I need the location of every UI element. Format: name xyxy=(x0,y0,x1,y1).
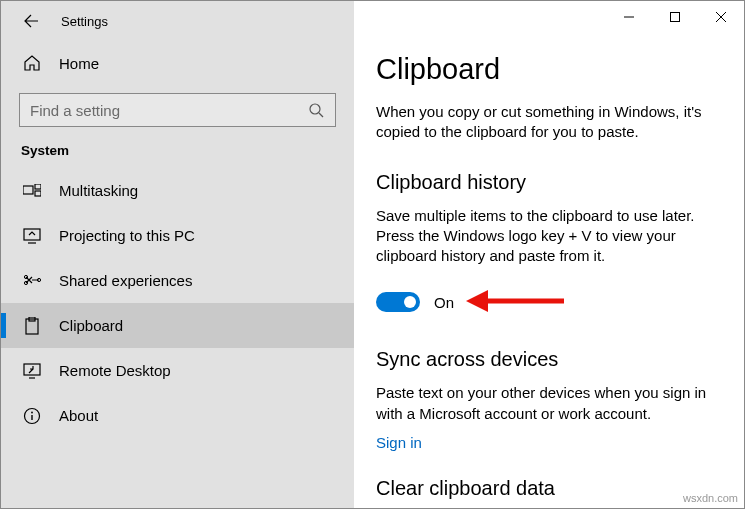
maximize-button[interactable] xyxy=(652,1,698,33)
title-bar: Settings xyxy=(1,1,354,41)
clipboard-history-toggle-row: On xyxy=(376,292,722,312)
sidebar-item-shared[interactable]: Shared experiences xyxy=(1,258,354,303)
toggle-knob xyxy=(404,296,416,308)
sidebar-item-label: About xyxy=(59,407,98,424)
clipboard-icon xyxy=(23,317,41,335)
sidebar: Settings Home System Multitasking xyxy=(1,1,354,508)
multitasking-icon xyxy=(23,182,41,200)
maximize-icon xyxy=(670,12,680,22)
svg-point-0 xyxy=(310,104,320,114)
minimize-icon xyxy=(624,12,634,22)
content-pane: Clipboard When you copy or cut something… xyxy=(354,1,744,508)
svg-marker-22 xyxy=(466,290,488,312)
window-title: Settings xyxy=(61,14,108,29)
close-icon xyxy=(716,12,726,22)
sidebar-item-label: Clipboard xyxy=(59,317,123,334)
remote-desktop-icon xyxy=(23,362,41,380)
window-controls xyxy=(606,1,744,33)
sync-desc: Paste text on your other devices when yo… xyxy=(376,383,722,424)
svg-rect-3 xyxy=(35,184,41,189)
minimize-button[interactable] xyxy=(606,1,652,33)
sidebar-item-label: Projecting to this PC xyxy=(59,227,195,244)
sidebar-item-clipboard[interactable]: Clipboard xyxy=(1,303,354,348)
back-button[interactable] xyxy=(17,7,45,35)
sidebar-item-about[interactable]: About xyxy=(1,393,354,438)
svg-rect-4 xyxy=(35,191,41,196)
clipboard-history-desc: Save multiple items to the clipboard to … xyxy=(376,206,722,267)
watermark-text: wsxdn.com xyxy=(683,492,738,504)
sidebar-item-projecting[interactable]: Projecting to this PC xyxy=(1,213,354,258)
intro-text: When you copy or cut something in Window… xyxy=(376,102,722,143)
search-icon xyxy=(307,101,325,119)
sidebar-item-label: Remote Desktop xyxy=(59,362,171,379)
clipboard-history-toggle[interactable] xyxy=(376,292,420,312)
svg-rect-5 xyxy=(24,229,40,240)
search-container xyxy=(1,85,354,139)
toggle-state-label: On xyxy=(434,294,454,311)
shared-experiences-icon xyxy=(23,272,41,290)
sidebar-item-multitasking[interactable]: Multitasking xyxy=(1,168,354,213)
sign-in-link[interactable]: Sign in xyxy=(376,434,722,451)
sidebar-item-label: Multitasking xyxy=(59,182,138,199)
annotation-arrow-icon xyxy=(466,283,566,319)
svg-rect-18 xyxy=(671,13,680,22)
sidebar-item-label: Shared experiences xyxy=(59,272,192,289)
close-button[interactable] xyxy=(698,1,744,33)
home-icon xyxy=(23,54,41,72)
home-label: Home xyxy=(59,55,99,72)
clear-heading: Clear clipboard data xyxy=(376,477,722,500)
nav-list: Multitasking Projecting to this PC Share… xyxy=(1,168,354,438)
svg-point-15 xyxy=(31,411,33,413)
search-input[interactable] xyxy=(30,102,307,119)
page-title: Clipboard xyxy=(376,53,722,86)
sync-heading: Sync across devices xyxy=(376,348,722,371)
about-icon xyxy=(23,407,41,425)
projecting-icon xyxy=(23,227,41,245)
sidebar-item-remote-desktop[interactable]: Remote Desktop xyxy=(1,348,354,393)
clipboard-history-heading: Clipboard history xyxy=(376,171,722,194)
settings-window: Settings Home System Multitasking xyxy=(0,0,745,509)
svg-rect-2 xyxy=(23,186,33,194)
search-box[interactable] xyxy=(19,93,336,127)
nav-group-title: System xyxy=(1,139,354,168)
home-nav[interactable]: Home xyxy=(1,41,354,85)
svg-line-1 xyxy=(319,113,323,117)
back-arrow-icon xyxy=(23,13,39,29)
